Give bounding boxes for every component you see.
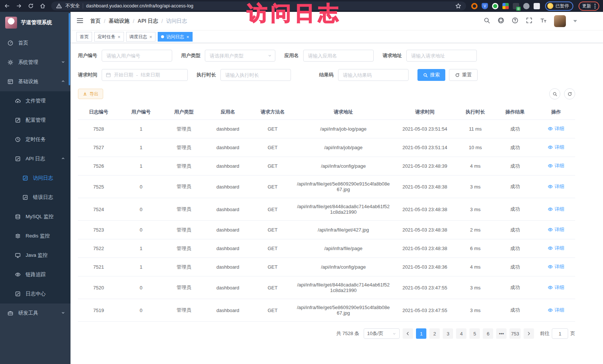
page-button-5[interactable]: 5	[469, 328, 480, 339]
tab-home[interactable]: 首页	[76, 32, 92, 42]
cell-log-id: 7520	[78, 276, 119, 299]
paused-badge[interactable]: 已暂停	[545, 1, 573, 11]
detail-link[interactable]: 详细	[548, 144, 564, 151]
extension-green-circle-icon[interactable]	[492, 3, 498, 9]
reset-button[interactable]: 重置	[449, 69, 478, 81]
cell-user-id: 0	[119, 276, 163, 299]
detail-link[interactable]: 详细	[548, 284, 564, 291]
help-icon[interactable]	[512, 17, 518, 25]
cell-user-type: 管理员	[163, 239, 205, 258]
breadcrumb-api-log[interactable]: API 日志	[138, 18, 158, 24]
sidebar-item-dev-tools[interactable]: 研发工具	[0, 304, 71, 323]
user-id-input[interactable]	[102, 50, 172, 62]
request-url-input[interactable]	[406, 50, 477, 62]
tab-close-icon[interactable]: ×	[150, 35, 153, 39]
sidebar-item-trace[interactable]: 链路追踪	[0, 265, 71, 284]
cell-app-name: dashboard	[205, 299, 251, 322]
detail-link[interactable]: 详细	[548, 183, 564, 190]
extension-donut-icon[interactable]	[471, 3, 478, 9]
sidebar-item-java-monitor[interactable]: Java 监控	[0, 246, 71, 265]
update-button[interactable]: 更新	[579, 1, 599, 11]
sidebar-scrollbar[interactable]	[69, 13, 70, 85]
duration-label: 执行时长	[197, 72, 216, 78]
detail-link[interactable]: 详细	[548, 263, 564, 270]
user-type-select-input[interactable]	[205, 50, 275, 62]
export-button[interactable]: 导出	[78, 89, 103, 99]
extension-grid-icon[interactable]	[502, 3, 509, 9]
app-name-input[interactable]	[303, 50, 374, 62]
next-page-button[interactable]	[524, 328, 534, 339]
home-icon[interactable]	[39, 3, 46, 9]
detail-link[interactable]: 详细	[548, 307, 564, 314]
cell-duration: 2 ms	[457, 221, 493, 239]
app-logo[interactable]: 芋道管理系统	[0, 12, 71, 33]
fullscreen-icon[interactable]	[526, 17, 532, 25]
page-button-6[interactable]: 6	[483, 328, 493, 339]
hamburger-icon[interactable]	[76, 17, 83, 25]
request-time-range-picker[interactable]: 开始日期 - 结束日期	[102, 69, 188, 81]
reload-icon[interactable]	[27, 3, 34, 9]
tab-schedule-log[interactable]: 调度日志×	[126, 32, 156, 42]
forward-icon[interactable]	[16, 3, 22, 9]
search-button[interactable]: 搜索	[417, 69, 445, 81]
detail-link[interactable]: 详细	[548, 206, 564, 213]
sidebar-item-system[interactable]: 系统管理	[0, 53, 71, 72]
user-type-select[interactable]	[205, 50, 275, 62]
detail-link[interactable]: 详细	[548, 245, 564, 252]
user-avatar[interactable]	[554, 15, 566, 27]
prev-page-button[interactable]	[403, 328, 413, 339]
bookmark-star-icon[interactable]	[455, 3, 462, 9]
search-icon[interactable]	[484, 17, 490, 25]
detail-link[interactable]: 详细	[548, 163, 564, 169]
sidebar-item-config-management[interactable]: 配置管理	[0, 111, 71, 130]
detail-link[interactable]: 详细	[548, 226, 564, 233]
extension-ghost-icon[interactable]	[523, 3, 530, 9]
page-button-3[interactable]: 3	[443, 328, 453, 339]
breadcrumb-home[interactable]: 首页	[90, 18, 101, 24]
sidebar-item-access-log[interactable]: 访问日志	[0, 168, 71, 188]
back-icon[interactable]	[4, 3, 10, 9]
kebab-menu-icon[interactable]	[594, 4, 596, 9]
tab-close-icon[interactable]: ×	[118, 35, 121, 39]
avatar-caret-down-icon[interactable]	[573, 20, 577, 22]
url-divider	[83, 3, 83, 9]
header-result: 操作结果	[493, 105, 537, 120]
page-button-last[interactable]: 753	[509, 328, 521, 339]
page-button-2[interactable]: 2	[429, 328, 440, 339]
gear-icon	[7, 59, 13, 65]
github-icon[interactable]	[498, 17, 504, 25]
toggle-search-button[interactable]	[549, 88, 560, 99]
page-size-select[interactable]: 10条/页	[364, 328, 400, 339]
tab-close-icon[interactable]: ×	[186, 35, 189, 39]
refresh-table-button[interactable]	[564, 88, 575, 99]
page-button-4[interactable]: 4	[456, 328, 466, 339]
cell-app-name: dashboard	[205, 176, 251, 198]
app-name-label: 应用名	[284, 52, 299, 59]
header-request-time: 请求时间	[392, 105, 457, 120]
breadcrumb-infrastructure[interactable]: 基础设施	[109, 18, 130, 24]
duration-input[interactable]	[220, 69, 291, 81]
page-button-1[interactable]: 1	[416, 328, 426, 339]
font-size-icon[interactable]	[540, 17, 547, 25]
tab-access-log[interactable]: 访问日志×	[158, 32, 193, 42]
refresh-icon	[455, 73, 460, 78]
extension-shield-icon[interactable]: V	[482, 3, 488, 9]
pagination-ellipsis[interactable]: •••	[496, 328, 507, 339]
sidebar-item-file-management[interactable]: 文件管理	[0, 91, 71, 111]
sidebar-item-redis-monitor[interactable]: Redis 监控	[0, 226, 71, 246]
sidebar-item-scheduled-tasks[interactable]: 定时任务	[0, 130, 71, 149]
sidebar-item-log-center[interactable]: 日志中心	[0, 284, 71, 304]
sidebar-item-mysql-monitor[interactable]: MySQL 监控	[0, 207, 71, 226]
sidebar-item-error-log[interactable]: 错误日志	[0, 188, 71, 207]
sidebar-item-api-log[interactable]: API 日志	[0, 149, 71, 168]
goto-page-input[interactable]	[552, 328, 568, 339]
result-code-input[interactable]	[338, 69, 409, 81]
extension-translate-icon[interactable]: 谷	[513, 3, 519, 9]
user-id-label: 用户编号	[78, 52, 97, 59]
tab-scheduled-tasks[interactable]: 定时任务×	[94, 32, 124, 42]
detail-link[interactable]: 详细	[548, 125, 564, 132]
cell-user-type: 管理员	[163, 120, 205, 138]
extension-puzzle-icon[interactable]	[534, 3, 540, 9]
sidebar-item-infrastructure[interactable]: 基础设施	[0, 72, 71, 91]
sidebar-item-home[interactable]: 首页	[0, 33, 71, 53]
